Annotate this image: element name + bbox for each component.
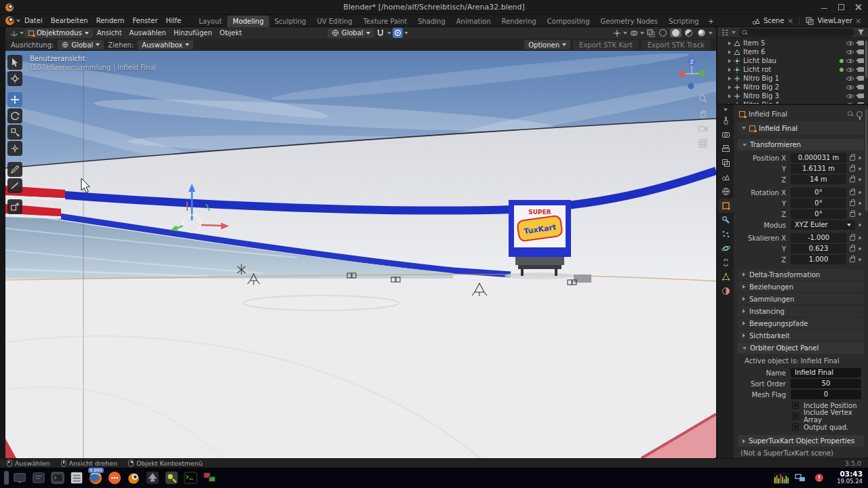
- workspace-tab-scripting[interactable]: Scripting: [663, 16, 704, 27]
- expand-icon[interactable]: [728, 77, 731, 81]
- lock-icon[interactable]: [850, 201, 855, 206]
- rotation-x-field[interactable]: 0°: [791, 188, 846, 197]
- scene-unlink-icon[interactable]: [787, 18, 793, 24]
- gizmos-chevron-icon[interactable]: [623, 32, 627, 35]
- window-button-1[interactable]: [12, 470, 28, 486]
- workspace-tab-rendering[interactable]: Rendering: [496, 16, 542, 27]
- disable-render-icon[interactable]: [858, 67, 864, 72]
- outliner-search-input[interactable]: [738, 28, 854, 37]
- mode-dropdown[interactable]: Objektmodus: [24, 28, 93, 38]
- window-titlebar[interactable]: Blender* [/home/alf/Schreibtisch/Arena32…: [0, 0, 868, 15]
- firefox-icon[interactable]: 9.999: [87, 470, 104, 486]
- rotation-y-field[interactable]: 0°: [791, 199, 846, 208]
- keyframe-dot[interactable]: [859, 237, 861, 239]
- tool-rotate[interactable]: [7, 108, 22, 123]
- menu-objekt[interactable]: Objekt: [216, 27, 245, 39]
- menu-rendern[interactable]: Rendern: [92, 15, 129, 27]
- section-visibility[interactable]: Sichtbarkeit: [738, 330, 864, 341]
- camera-view-icon[interactable]: [697, 123, 709, 134]
- rotation-z-field[interactable]: 0°: [791, 209, 846, 219]
- tool-measure[interactable]: [7, 178, 22, 193]
- tab-scene[interactable]: [717, 170, 734, 184]
- workspace-tab-uv-editing[interactable]: UV Editing: [311, 16, 357, 27]
- workspace-tab-compositing[interactable]: Compositing: [542, 16, 595, 27]
- lock-icon[interactable]: [850, 236, 855, 241]
- include-vertex-array-checkbox[interactable]: [792, 413, 799, 420]
- workspace-tab-modeling[interactable]: Modeling: [227, 16, 269, 27]
- window-button-2[interactable]: [31, 470, 47, 486]
- add-workspace-button[interactable]: +: [704, 16, 717, 27]
- tab-view-layer[interactable]: [717, 156, 734, 170]
- disable-render-icon[interactable]: [858, 58, 864, 63]
- file-manager-icon[interactable]: [68, 470, 85, 486]
- disable-render-icon[interactable]: [858, 94, 864, 98]
- options-dropdown[interactable]: Optionen: [524, 40, 570, 49]
- hide-eye-icon[interactable]: [846, 41, 854, 45]
- section-relations[interactable]: Beziehungen: [738, 281, 864, 292]
- properties-search-icon[interactable]: [848, 111, 853, 117]
- tab-render[interactable]: [717, 127, 734, 142]
- orientation-dropdown[interactable]: Global: [328, 28, 374, 38]
- zoom-icon[interactable]: [697, 93, 709, 104]
- expand-icon[interactable]: [728, 103, 731, 104]
- network-tray-icon[interactable]: [792, 470, 808, 486]
- tool-move[interactable]: [7, 92, 22, 107]
- viewport-3d[interactable]: SUPER TuxKart: [5, 51, 716, 458]
- tab-tool[interactable]: [717, 113, 734, 127]
- expand-icon[interactable]: [728, 59, 731, 63]
- lock-icon[interactable]: [850, 212, 855, 217]
- overlays-icon[interactable]: [629, 28, 639, 38]
- scene-name[interactable]: Scene: [764, 17, 785, 24]
- position-y-field[interactable]: 1.6131 m: [791, 164, 846, 174]
- workspace-tab-geometry-nodes[interactable]: Geometry Nodes: [595, 16, 663, 27]
- gizmos-icon[interactable]: [612, 28, 622, 38]
- keyframe-dot[interactable]: [859, 202, 861, 205]
- disable-render-icon[interactable]: [858, 102, 864, 104]
- pin-icon[interactable]: [856, 111, 863, 117]
- sort-order-field[interactable]: 50: [791, 379, 861, 388]
- position-x-field[interactable]: 0.000031 m: [791, 153, 846, 163]
- outliner-editor-chevron-icon[interactable]: [732, 31, 736, 34]
- workspace-tab-layout[interactable]: Layout: [193, 16, 227, 27]
- axis-x-handle[interactable]: [679, 71, 686, 77]
- mesh-flag-field[interactable]: 0: [791, 390, 861, 399]
- keyframe-dot[interactable]: [859, 224, 861, 226]
- orientation-select[interactable]: Global: [58, 40, 104, 49]
- keyframe-dot[interactable]: [859, 178, 861, 181]
- include-position-checkbox[interactable]: [792, 402, 799, 409]
- section-instancing[interactable]: Instancing: [738, 306, 864, 317]
- gimp-icon[interactable]: [163, 470, 180, 486]
- export-stk-kart-button[interactable]: Export STK Kart: [573, 40, 639, 50]
- tab-world[interactable]: [717, 184, 734, 199]
- terminal-black-icon[interactable]: [182, 470, 199, 486]
- transform-section-header[interactable]: Transformieren: [738, 139, 864, 150]
- maximize-button[interactable]: [838, 4, 844, 10]
- tab-constraints[interactable]: [717, 256, 734, 270]
- blender-logo[interactable]: [5, 16, 14, 25]
- orbiter-section-header[interactable]: Orbiter Object Panel: [738, 342, 864, 354]
- stk-section-header[interactable]: SuperTuxKart Object Properties: [738, 435, 864, 447]
- shading-chevron-icon[interactable]: [709, 32, 713, 35]
- proportional-edit-icon[interactable]: [393, 28, 403, 38]
- shading-rendered-button[interactable]: [696, 28, 707, 37]
- proportional-chevron-icon[interactable]: [404, 32, 408, 35]
- hide-eye-icon[interactable]: [846, 77, 854, 81]
- expand-icon[interactable]: [728, 50, 731, 54]
- menu-hilfe[interactable]: Hilfe: [162, 15, 186, 27]
- workspace-tab-texture-paint[interactable]: Texture Paint: [358, 16, 413, 27]
- tool-select-box[interactable]: [7, 55, 22, 70]
- lock-icon[interactable]: [850, 167, 855, 171]
- properties-scrollbar[interactable]: [865, 109, 867, 211]
- expand-icon[interactable]: [728, 85, 731, 89]
- outliner-item-nitro-1[interactable]: Nitro Big 1: [717, 74, 868, 83]
- keyframe-dot[interactable]: [859, 258, 861, 261]
- outliner-item-5[interactable]: Item 5: [717, 39, 868, 47]
- screen-layout-icon[interactable]: [201, 470, 218, 486]
- overlays-chevron-icon[interactable]: [640, 32, 644, 35]
- terminal-icon[interactable]: [50, 470, 66, 486]
- menu-fenster[interactable]: Fenster: [128, 15, 161, 27]
- inkscape-icon[interactable]: [144, 470, 161, 486]
- grid-ortho-icon[interactable]: [697, 138, 709, 149]
- scale-z-field[interactable]: 1.000: [791, 255, 846, 264]
- output-quad-checkbox[interactable]: [792, 424, 799, 430]
